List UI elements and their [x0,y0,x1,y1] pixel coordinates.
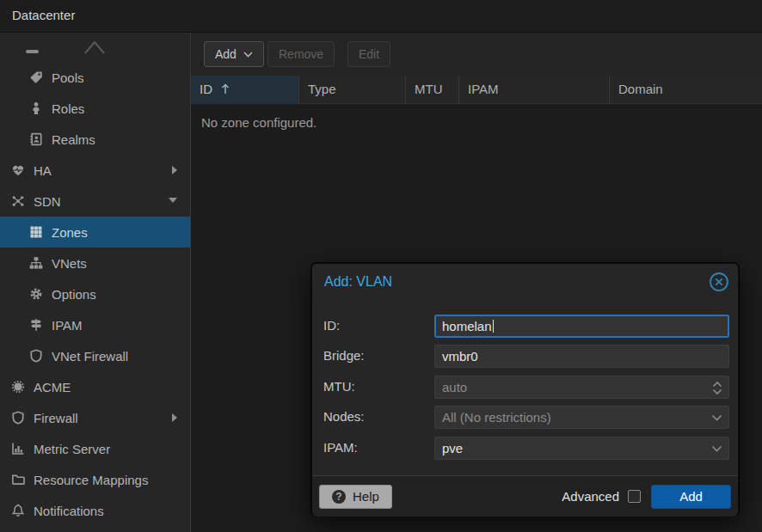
sidebar-item-label: ACME [34,380,71,394]
sidebar-item-label: Roles [52,101,84,116]
shield-icon [28,349,43,364]
dialog-title: Add: VLAN [324,274,392,290]
zones-table-header: ID Type MTU IPAM Domain [191,76,762,104]
sidebar-item-pools[interactable]: Pools [0,62,191,93]
bar-chart-icon [10,442,25,456]
column-header-id[interactable]: ID [191,76,299,104]
remove-button[interactable]: Remove [267,41,335,67]
column-header-mtu[interactable]: MTU [406,76,459,104]
heartbeat-icon [10,163,25,178]
sidebar-item-firewall[interactable]: Firewall [0,402,191,433]
add-button[interactable]: Add [204,41,264,67]
sidebar-item-realms[interactable]: Realms [0,124,191,155]
form-row-nodes: Nodes: All (No restrictions) [312,406,738,429]
chevron-down-icon [243,52,253,58]
ipam-select[interactable]: pve [434,437,729,460]
expand-down-icon[interactable] [169,198,177,203]
field-label: MTU: [323,379,355,394]
sidebar-item-label: Notifications [34,504,104,518]
column-header-type[interactable]: Type [299,76,406,104]
column-header-ipam[interactable]: IPAM [459,76,610,104]
folder-icon [10,473,25,487]
sidebar-item-sdn[interactable]: SDN [0,186,191,217]
sidebar-item-roles[interactable]: Roles [0,93,191,124]
help-button[interactable]: ? Help [319,485,392,509]
id-input-value: homelan [442,319,492,333]
sidebar-item-zones[interactable]: Zones [0,217,191,248]
spinner-up-down-icon[interactable] [712,376,722,400]
column-label: MTU [415,82,443,96]
dialog-header[interactable]: Add: VLAN [312,264,738,302]
expand-right-icon[interactable] [172,413,177,422]
sidebar-item-options[interactable]: Options [0,278,191,309]
dialog-footer: ? Help Advanced Add [312,475,738,517]
chevron-down-icon[interactable] [711,407,722,430]
dialog-add-button-label: Add [679,489,703,504]
sidebar-item-label: Pools [52,70,84,85]
dialog-add-button[interactable]: Add [651,485,731,509]
mtu-spinner[interactable]: auto [434,376,729,399]
sidebar-item-vnet-firewall[interactable]: VNet Firewall [0,340,191,371]
close-icon[interactable] [709,272,729,292]
sidebar-nav-tree: Pools Roles Realms HA SDN [0,33,191,532]
form-row-bridge: Bridge: vmbr0 [312,345,738,368]
field-label: Nodes: [323,409,365,424]
nodes-select-value: All (No restrictions) [442,410,551,425]
edit-button[interactable]: Edit [347,41,390,67]
sidebar-item-notifications[interactable]: Notifications [0,495,191,526]
certificate-icon [10,380,25,394]
add-vlan-dialog: Add: VLAN ID: homelan Bridge: vmbr0 MTU:… [311,263,739,516]
sidebar-item-label: Zones [52,225,88,240]
user-icon [28,101,43,116]
bridge-input[interactable]: vmbr0 [434,345,729,368]
edit-button-label: Edit [359,47,379,61]
remove-button-label: Remove [279,47,323,61]
expand-right-icon[interactable] [172,166,177,174]
top-header-bar: Datacenter [0,0,762,33]
field-label: Bridge: [323,348,365,363]
sidebar-item-label: SDN [34,194,61,209]
sidebar-item-vnets[interactable]: VNets [0,248,191,278]
sidebar-item-label: IPAM [52,318,83,333]
advanced-checkbox[interactable] [628,490,641,503]
signpost-icon [28,318,43,333]
chevron-up-icon [82,36,108,57]
sidebar-item-label: Realms [52,132,95,147]
sidebar-item-resource-mappings[interactable]: Resource Mappings [0,464,191,495]
bell-icon [10,504,25,518]
sitemap-icon [28,256,43,271]
sidebar-item-metric-server[interactable]: Metric Server [0,433,191,464]
text-cursor [493,320,494,333]
gear-icon [28,287,43,302]
advanced-label: Advanced [562,489,619,504]
tag-icon [28,70,43,85]
shield-icon [10,411,25,425]
sidebar-item-acme[interactable]: ACME [0,371,191,402]
bridge-input-value: vmbr0 [442,349,478,364]
grid-icon [28,225,43,240]
partial-icon-fragment [26,50,39,53]
form-row-mtu: MTU: auto [312,376,738,399]
sidebar-item-ipam[interactable]: IPAM [0,309,191,340]
sidebar-item-label: HA [34,163,52,178]
page-title: Datacenter [12,8,75,22]
sidebar-item-label: VNet Firewall [52,349,128,364]
help-button-label: Help [353,489,379,504]
column-label: ID [200,82,212,96]
column-label: IPAM [468,82,499,96]
field-label: ID: [323,318,340,333]
column-header-domain[interactable]: Domain [610,76,762,104]
add-button-label: Add [215,47,237,61]
address-book-icon [28,132,43,147]
question-circle-icon: ? [332,490,346,504]
field-label: IPAM: [323,440,358,455]
id-input[interactable]: homelan [434,315,729,338]
chevron-down-icon[interactable] [711,437,722,461]
sidebar-item-ha[interactable]: HA [0,155,191,186]
form-row-ipam: IPAM: pve [312,437,738,460]
empty-state-text: No zone configured. [201,115,316,130]
sidebar-item-label: Options [52,287,96,302]
sidebar-item-label: Metric Server [34,442,110,456]
nodes-select[interactable]: All (No restrictions) [434,406,729,429]
mtu-placeholder: auto [442,380,467,394]
